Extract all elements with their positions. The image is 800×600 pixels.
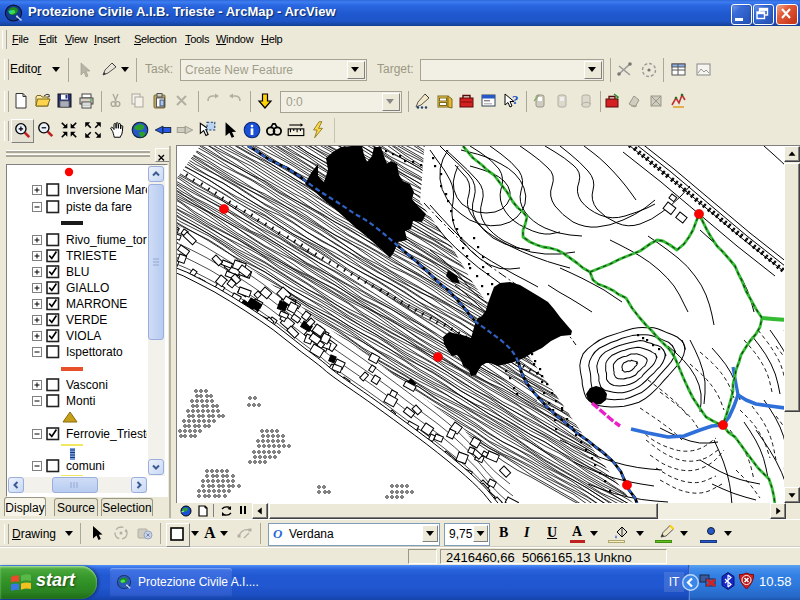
svg-text:?: ? [512,92,519,107]
svg-text:O: O [273,527,283,540]
